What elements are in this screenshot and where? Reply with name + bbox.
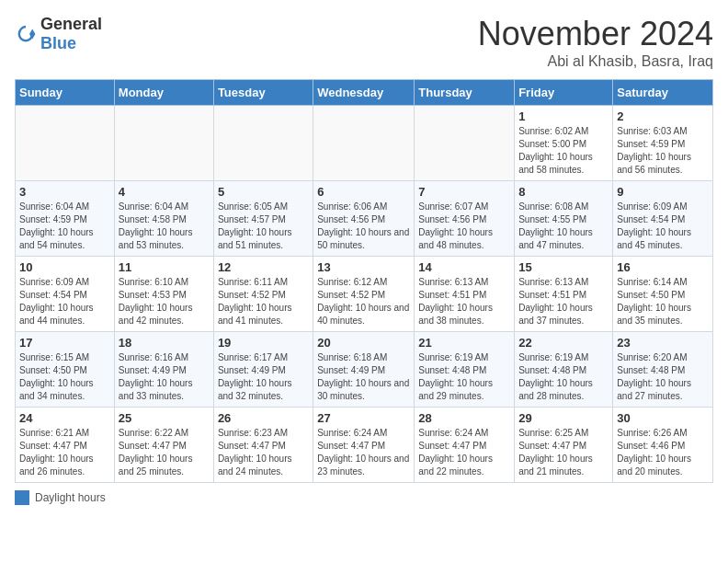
day-number: 29 [518, 411, 609, 425]
day-info: Sunrise: 6:15 AM Sunset: 4:50 PM Dayligh… [19, 351, 110, 403]
day-cell: 3Sunrise: 6:04 AM Sunset: 4:59 PM Daylig… [16, 181, 115, 257]
day-info: Sunrise: 6:06 AM Sunset: 4:56 PM Dayligh… [317, 201, 410, 252]
header-cell-thursday: Thursday [415, 80, 515, 106]
day-info: Sunrise: 6:17 AM Sunset: 4:49 PM Dayligh… [218, 351, 309, 403]
day-cell [313, 106, 415, 181]
day-number: 26 [218, 411, 309, 425]
day-number: 14 [418, 260, 510, 274]
logo-icon [15, 23, 37, 45]
day-number: 13 [317, 260, 410, 274]
day-info: Sunrise: 6:25 AM Sunset: 4:47 PM Dayligh… [518, 427, 609, 478]
logo-blue: Blue [40, 34, 76, 52]
day-cell: 20Sunrise: 6:18 AM Sunset: 4:49 PM Dayli… [313, 332, 415, 408]
day-cell: 26Sunrise: 6:23 AM Sunset: 4:47 PM Dayli… [213, 408, 313, 483]
location-title: Abi al Khasib, Basra, Iraq [478, 53, 713, 70]
day-cell [415, 106, 515, 181]
day-cell: 28Sunrise: 6:24 AM Sunset: 4:47 PM Dayli… [415, 408, 515, 483]
day-cell: 4Sunrise: 6:04 AM Sunset: 4:58 PM Daylig… [114, 181, 213, 257]
calendar-table: SundayMondayTuesdayWednesdayThursdayFrid… [15, 79, 713, 483]
day-info: Sunrise: 6:21 AM Sunset: 4:47 PM Dayligh… [19, 427, 110, 478]
day-info: Sunrise: 6:20 AM Sunset: 4:48 PM Dayligh… [617, 351, 709, 403]
day-number: 21 [418, 336, 510, 350]
day-info: Sunrise: 6:02 AM Sunset: 5:00 PM Dayligh… [518, 125, 609, 177]
header-cell-tuesday: Tuesday [213, 80, 313, 106]
day-cell: 24Sunrise: 6:21 AM Sunset: 4:47 PM Dayli… [16, 408, 115, 483]
day-number: 7 [418, 185, 510, 199]
day-info: Sunrise: 6:13 AM Sunset: 4:51 PM Dayligh… [418, 276, 510, 327]
day-info: Sunrise: 6:09 AM Sunset: 4:54 PM Dayligh… [617, 201, 709, 252]
day-cell: 14Sunrise: 6:13 AM Sunset: 4:51 PM Dayli… [415, 257, 515, 332]
day-number: 5 [218, 185, 309, 199]
day-info: Sunrise: 6:13 AM Sunset: 4:51 PM Dayligh… [518, 276, 609, 327]
day-number: 16 [617, 260, 709, 274]
day-cell: 21Sunrise: 6:19 AM Sunset: 4:48 PM Dayli… [415, 332, 515, 408]
day-cell: 22Sunrise: 6:19 AM Sunset: 4:48 PM Dayli… [515, 332, 613, 408]
week-row-4: 24Sunrise: 6:21 AM Sunset: 4:47 PM Dayli… [16, 408, 713, 483]
day-cell: 11Sunrise: 6:10 AM Sunset: 4:53 PM Dayli… [114, 257, 213, 332]
day-number: 10 [19, 260, 110, 274]
day-info: Sunrise: 6:23 AM Sunset: 4:47 PM Dayligh… [218, 427, 309, 478]
day-number: 24 [19, 411, 110, 425]
day-number: 25 [119, 411, 210, 425]
day-cell: 10Sunrise: 6:09 AM Sunset: 4:54 PM Dayli… [16, 257, 115, 332]
day-info: Sunrise: 6:10 AM Sunset: 4:53 PM Dayligh… [119, 276, 210, 327]
day-info: Sunrise: 6:09 AM Sunset: 4:54 PM Dayligh… [19, 276, 110, 327]
day-info: Sunrise: 6:19 AM Sunset: 4:48 PM Dayligh… [418, 351, 510, 403]
day-number: 15 [518, 260, 609, 274]
legend-color-box [15, 490, 29, 505]
day-number: 8 [518, 185, 609, 199]
day-number: 1 [518, 109, 609, 123]
day-number: 17 [19, 336, 110, 350]
day-cell: 18Sunrise: 6:16 AM Sunset: 4:49 PM Dayli… [114, 332, 213, 408]
week-row-2: 10Sunrise: 6:09 AM Sunset: 4:54 PM Dayli… [16, 257, 713, 332]
logo-general: General [40, 15, 102, 33]
day-number: 22 [518, 336, 609, 350]
day-cell [114, 106, 213, 181]
day-cell: 29Sunrise: 6:25 AM Sunset: 4:47 PM Dayli… [515, 408, 613, 483]
day-cell: 30Sunrise: 6:26 AM Sunset: 4:46 PM Dayli… [613, 408, 713, 483]
header-cell-monday: Monday [114, 80, 213, 106]
day-cell: 17Sunrise: 6:15 AM Sunset: 4:50 PM Dayli… [16, 332, 115, 408]
day-info: Sunrise: 6:22 AM Sunset: 4:47 PM Dayligh… [119, 427, 210, 478]
day-cell: 12Sunrise: 6:11 AM Sunset: 4:52 PM Dayli… [213, 257, 313, 332]
day-cell: 7Sunrise: 6:07 AM Sunset: 4:56 PM Daylig… [415, 181, 515, 257]
day-cell: 25Sunrise: 6:22 AM Sunset: 4:47 PM Dayli… [114, 408, 213, 483]
week-row-0: 1Sunrise: 6:02 AM Sunset: 5:00 PM Daylig… [16, 106, 713, 181]
day-info: Sunrise: 6:24 AM Sunset: 4:47 PM Dayligh… [418, 427, 510, 478]
day-number: 12 [218, 260, 309, 274]
day-number: 3 [19, 185, 110, 199]
day-number: 11 [119, 260, 210, 274]
calendar-body: 1Sunrise: 6:02 AM Sunset: 5:00 PM Daylig… [16, 106, 713, 483]
day-cell: 5Sunrise: 6:05 AM Sunset: 4:57 PM Daylig… [213, 181, 313, 257]
day-info: Sunrise: 6:14 AM Sunset: 4:50 PM Dayligh… [617, 276, 709, 327]
day-info: Sunrise: 6:26 AM Sunset: 4:46 PM Dayligh… [617, 427, 709, 478]
day-info: Sunrise: 6:11 AM Sunset: 4:52 PM Dayligh… [218, 276, 309, 327]
day-cell: 9Sunrise: 6:09 AM Sunset: 4:54 PM Daylig… [613, 181, 713, 257]
legend-label: Daylight hours [35, 491, 106, 504]
day-cell: 1Sunrise: 6:02 AM Sunset: 5:00 PM Daylig… [515, 106, 613, 181]
header-cell-saturday: Saturday [613, 80, 713, 106]
day-number: 27 [317, 411, 410, 425]
day-cell: 23Sunrise: 6:20 AM Sunset: 4:48 PM Dayli… [613, 332, 713, 408]
day-info: Sunrise: 6:07 AM Sunset: 4:56 PM Dayligh… [418, 201, 510, 252]
day-number: 30 [617, 411, 709, 425]
week-row-1: 3Sunrise: 6:04 AM Sunset: 4:59 PM Daylig… [16, 181, 713, 257]
day-number: 23 [617, 336, 709, 350]
day-cell: 27Sunrise: 6:24 AM Sunset: 4:47 PM Dayli… [313, 408, 415, 483]
day-number: 28 [418, 411, 510, 425]
day-info: Sunrise: 6:03 AM Sunset: 4:59 PM Dayligh… [617, 125, 709, 177]
day-number: 6 [317, 185, 410, 199]
header-cell-wednesday: Wednesday [313, 80, 415, 106]
header-row: SundayMondayTuesdayWednesdayThursdayFrid… [16, 80, 713, 106]
header-cell-sunday: Sunday [16, 80, 115, 106]
day-number: 9 [617, 185, 709, 199]
day-cell: 15Sunrise: 6:13 AM Sunset: 4:51 PM Dayli… [515, 257, 613, 332]
day-number: 18 [119, 336, 210, 350]
day-info: Sunrise: 6:18 AM Sunset: 4:49 PM Dayligh… [317, 351, 410, 403]
week-row-3: 17Sunrise: 6:15 AM Sunset: 4:50 PM Dayli… [16, 332, 713, 408]
day-number: 20 [317, 336, 410, 350]
day-cell [16, 106, 115, 181]
month-title: November 2024 [478, 15, 713, 53]
day-info: Sunrise: 6:05 AM Sunset: 4:57 PM Dayligh… [218, 201, 309, 252]
day-info: Sunrise: 6:04 AM Sunset: 4:59 PM Dayligh… [19, 201, 110, 252]
